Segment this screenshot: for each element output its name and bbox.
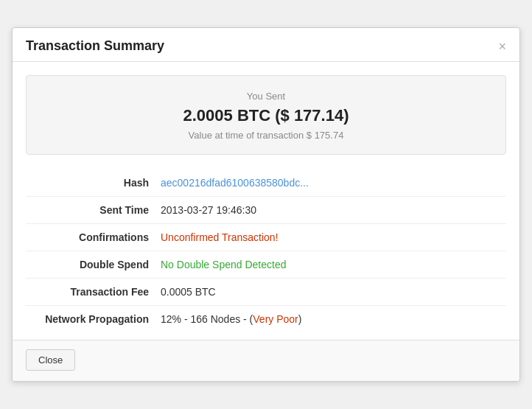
amount-display: 2.0005 BTC ($ 177.14) <box>38 106 494 125</box>
close-x-button[interactable]: × <box>498 40 506 53</box>
network-propagation-prefix: 12% - 166 Nodes - ( <box>161 313 253 325</box>
double-spend-value: No Double Spend Detected <box>155 251 506 279</box>
details-table: Hash aec00216dfad6100638580bdc... Sent T… <box>26 169 506 332</box>
dialog-header: Transaction Summary × <box>13 28 519 62</box>
network-propagation-value: 12% - 166 Nodes - (Very Poor) <box>155 306 506 333</box>
transaction-summary-dialog: Transaction Summary × You Sent 2.0005 BT… <box>12 27 520 382</box>
summary-box: You Sent 2.0005 BTC ($ 177.14) Value at … <box>26 75 506 155</box>
network-propagation-suffix: ) <box>298 313 302 325</box>
hash-label: Hash <box>26 169 155 197</box>
transaction-fee-value: 0.0005 BTC <box>155 279 506 306</box>
confirmations-value: Unconfirmed Transaction! <box>155 224 506 251</box>
double-spend-label: Double Spend <box>26 251 155 279</box>
network-propagation-row: Network Propagation 12% - 166 Nodes - (V… <box>26 306 506 333</box>
double-spend-row: Double Spend No Double Spend Detected <box>26 251 506 279</box>
sent-time-row: Sent Time 2013-03-27 19:46:30 <box>26 197 506 224</box>
transaction-fee-label: Transaction Fee <box>26 279 155 306</box>
hash-value: aec00216dfad6100638580bdc... <box>155 169 506 197</box>
sent-time-value: 2013-03-27 19:46:30 <box>155 197 506 224</box>
you-sent-label: You Sent <box>38 91 494 102</box>
hash-row: Hash aec00216dfad6100638580bdc... <box>26 169 506 197</box>
value-at-time: Value at time of transaction $ 175.74 <box>38 130 494 141</box>
close-button[interactable]: Close <box>26 349 75 371</box>
sent-time-label: Sent Time <box>26 197 155 224</box>
network-propagation-label: Network Propagation <box>26 306 155 333</box>
dialog-title: Transaction Summary <box>26 38 164 54</box>
confirmations-row: Confirmations Unconfirmed Transaction! <box>26 224 506 251</box>
transaction-fee-row: Transaction Fee 0.0005 BTC <box>26 279 506 306</box>
confirmations-label: Confirmations <box>26 224 155 251</box>
dialog-body: You Sent 2.0005 BTC ($ 177.14) Value at … <box>13 62 519 340</box>
network-propagation-highlight: Very Poor <box>253 313 298 325</box>
hash-link[interactable]: aec00216dfad6100638580bdc... <box>161 177 309 189</box>
dialog-footer: Close <box>13 340 519 381</box>
